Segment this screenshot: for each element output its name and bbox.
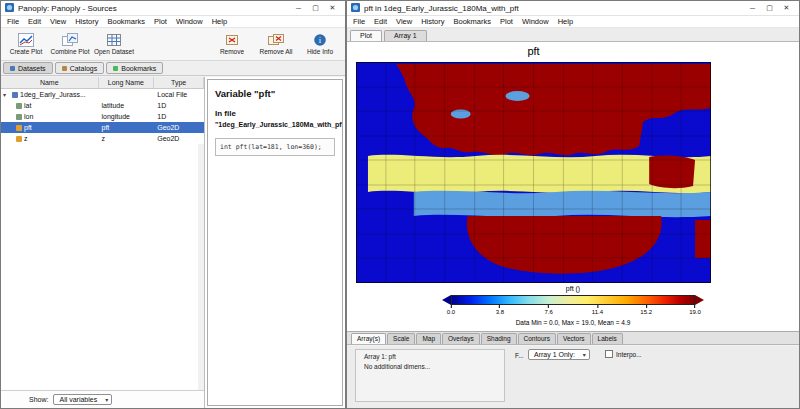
table-row-dataset[interactable]: ▾ 1deg_Early_Jurass... Local File — [1, 89, 204, 100]
hide-info-button[interactable]: i Hide Info — [298, 33, 342, 55]
plot-tabbar: Plot Array 1 — [347, 28, 799, 42]
remove-button[interactable]: Remove — [210, 33, 254, 55]
table-row-lon[interactable]: lon longitude 1D — [1, 111, 204, 122]
tree-expander-icon[interactable]: ▾ — [3, 91, 10, 98]
arrays-settings-panel: Array 1: pft No additional dimens... F..… — [347, 346, 799, 408]
row-long-name: z — [99, 133, 155, 144]
tab-labels[interactable]: Labels — [592, 333, 623, 344]
geo2d-variable-icon — [16, 125, 22, 131]
row-name: lon — [24, 113, 33, 120]
sources-menubar: File Edit View History Bookmarks Plot Wi… — [1, 16, 345, 28]
column-long-name[interactable]: Long Name — [99, 77, 155, 88]
tab-bookmarks-label: Bookmarks — [121, 65, 156, 72]
tab-datasets[interactable]: Datasets — [3, 62, 53, 74]
sources-window: Panoply: Panoply - Sources ─ ▢ ✕ File Ed… — [0, 0, 346, 409]
interpolate-checkbox[interactable] — [605, 350, 613, 358]
array-entry: Array 1: pft — [364, 353, 496, 360]
sources-tabbar: Datasets Catalogs Bookmarks — [1, 61, 345, 76]
variable-icon — [16, 103, 22, 109]
plot-window-title: pft in 1deg_Early_Jurassic_180Ma_with_pf… — [364, 4, 519, 13]
tab-contours[interactable]: Contours — [518, 333, 556, 344]
sources-window-title: Panoply: Panoply - Sources — [18, 4, 117, 13]
tab-overlays[interactable]: Overlays — [442, 333, 480, 344]
plot-settings-tabbar: Array(s) Scale Map Overlays Shading Cont… — [347, 331, 799, 345]
maximize-icon[interactable]: ▢ — [761, 2, 778, 15]
menu-history[interactable]: History — [75, 17, 98, 26]
datasets-icon — [10, 66, 15, 71]
tick-label: 15.2 — [640, 309, 652, 315]
menu-edit[interactable]: Edit — [28, 17, 41, 26]
menu-window[interactable]: Window — [522, 17, 549, 26]
table-row-z[interactable]: z z Geo2D — [1, 133, 204, 144]
remove-all-button[interactable]: Remove All — [254, 33, 298, 55]
bookmarks-icon — [113, 66, 118, 71]
world-map-plot[interactable] — [356, 62, 711, 283]
remove-all-label: Remove All — [260, 48, 293, 55]
menu-plot[interactable]: Plot — [154, 17, 167, 26]
menu-plot[interactable]: Plot — [500, 17, 513, 26]
tab-plot[interactable]: Plot — [350, 30, 382, 41]
interpolate-option[interactable]: Interpo... — [605, 350, 642, 358]
geo2d-variable-icon — [16, 136, 22, 142]
plot-app-icon — [351, 3, 360, 14]
menu-bookmarks[interactable]: Bookmarks — [454, 17, 492, 26]
close-icon[interactable]: ✕ — [778, 2, 795, 15]
plot-titlebar[interactable]: pft in 1deg_Early_Jurassic_180Ma_with_pf… — [347, 1, 799, 16]
menu-help[interactable]: Help — [212, 17, 227, 26]
column-type[interactable]: Type — [154, 77, 204, 88]
tab-shading[interactable]: Shading — [481, 333, 517, 344]
row-type: Local File — [154, 89, 204, 100]
minimize-icon[interactable]: ─ — [744, 2, 761, 15]
remove-label: Remove — [220, 48, 244, 55]
minimize-icon[interactable]: ─ — [290, 2, 307, 15]
window-controls: ─ ▢ ✕ — [290, 2, 341, 15]
combine-plot-icon — [62, 33, 78, 47]
open-dataset-label: Open Dataset — [94, 48, 134, 55]
menu-history[interactable]: History — [421, 17, 444, 26]
row-name: pft — [24, 124, 32, 131]
menu-bookmarks[interactable]: Bookmarks — [108, 17, 146, 26]
colorbar[interactable] — [442, 295, 704, 305]
menu-view[interactable]: View — [396, 17, 412, 26]
table-row-pft[interactable]: pft pft Geo2D — [1, 122, 204, 133]
row-name: lat — [24, 102, 31, 109]
array-plot-mode-dropdown[interactable]: Array 1 Only: — [528, 349, 590, 360]
table-row-lat[interactable]: lat latitude 1D — [1, 100, 204, 111]
colorbar-min-arrow-icon — [442, 295, 451, 305]
column-name[interactable]: Name — [1, 77, 99, 88]
show-variables-dropdown[interactable]: All variables — [53, 394, 112, 405]
close-icon[interactable]: ✕ — [324, 2, 341, 15]
menu-window[interactable]: Window — [176, 17, 203, 26]
tab-vectors[interactable]: Vectors — [557, 333, 591, 344]
tick-label: 7.6 — [544, 309, 552, 315]
row-long-name: longitude — [99, 111, 155, 122]
menu-view[interactable]: View — [50, 17, 66, 26]
tab-arrays[interactable]: Array(s) — [351, 333, 386, 344]
combine-plot-label: Combine Plot — [50, 48, 89, 55]
colorbar-max-arrow-icon — [695, 295, 704, 305]
row-long-name: pft — [99, 122, 155, 133]
combine-plot-button[interactable]: Combine Plot — [48, 33, 92, 55]
maximize-icon[interactable]: ▢ — [307, 2, 324, 15]
menu-help[interactable]: Help — [558, 17, 573, 26]
menu-edit[interactable]: Edit — [374, 17, 387, 26]
tab-catalogs[interactable]: Catalogs — [55, 62, 105, 74]
window-controls: ─ ▢ ✕ — [744, 2, 795, 15]
create-plot-button[interactable]: Create Plot — [4, 33, 48, 55]
variable-icon — [16, 114, 22, 120]
source-filename: "1deg_Early_Jurassic_180Ma_with_pft.nc" — [215, 121, 335, 128]
tab-map[interactable]: Map — [416, 333, 441, 344]
row-type: Geo2D — [154, 133, 204, 144]
tab-scale[interactable]: Scale — [387, 333, 415, 344]
sources-titlebar[interactable]: Panoply: Panoply - Sources ─ ▢ ✕ — [1, 1, 345, 16]
hide-info-icon: i — [312, 33, 328, 47]
array-list[interactable]: Array 1: pft No additional dimens... — [355, 349, 505, 402]
tab-array-1[interactable]: Array 1 — [384, 30, 427, 41]
menu-file[interactable]: File — [7, 17, 19, 26]
panoply-app-icon — [5, 3, 14, 14]
open-dataset-button[interactable]: Open Dataset — [92, 33, 136, 55]
row-name: z — [24, 135, 28, 142]
menu-file[interactable]: File — [353, 17, 365, 26]
row-long-name — [99, 89, 155, 100]
tab-bookmarks[interactable]: Bookmarks — [106, 62, 163, 74]
